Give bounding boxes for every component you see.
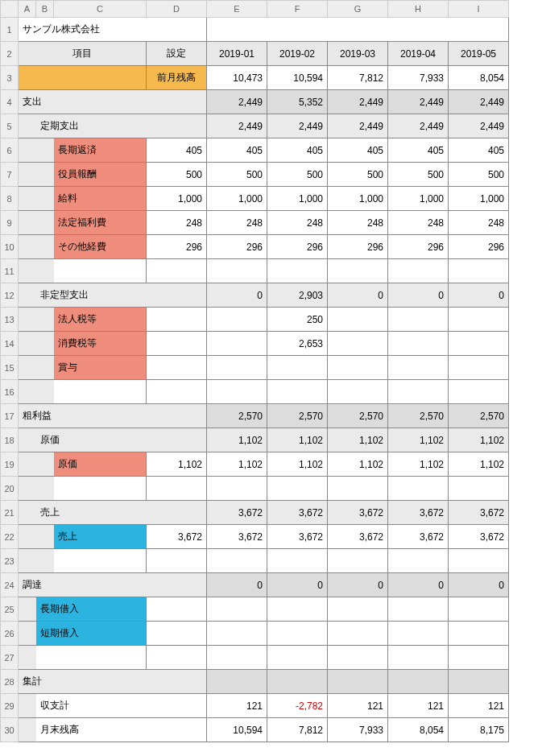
empty-cell[interactable] bbox=[449, 549, 509, 573]
value-cell[interactable]: 3,672 bbox=[388, 525, 449, 549]
empty-cell[interactable] bbox=[388, 549, 449, 573]
indent-cell[interactable] bbox=[36, 477, 54, 501]
value-cell[interactable]: 3,672 bbox=[267, 501, 328, 525]
value-cell[interactable]: 3,672 bbox=[328, 501, 388, 525]
item-label[interactable]: その他経費 bbox=[54, 235, 147, 259]
indent-cell[interactable] bbox=[19, 235, 36, 259]
row-header[interactable]: 20 bbox=[1, 477, 19, 501]
indent-cell[interactable] bbox=[36, 187, 54, 211]
value-cell[interactable]: 1,102 bbox=[388, 452, 449, 477]
value-cell[interactable]: 2,449 bbox=[328, 90, 388, 114]
value-cell[interactable] bbox=[267, 670, 328, 694]
empty-cell[interactable] bbox=[388, 477, 449, 501]
value-cell[interactable]: 0 bbox=[207, 283, 267, 308]
spreadsheet[interactable]: A B C D E F G H I 1 サンプル株式会社 2 項目 設定 201… bbox=[0, 0, 509, 742]
value-cell[interactable]: 500 bbox=[328, 163, 388, 187]
value-cell[interactable]: 405 bbox=[388, 138, 449, 163]
value-cell[interactable] bbox=[449, 622, 509, 646]
empty-cell[interactable] bbox=[388, 380, 449, 404]
item-label[interactable]: 法人税等 bbox=[54, 308, 147, 332]
row-header[interactable]: 30 bbox=[1, 718, 19, 742]
value-cell[interactable] bbox=[388, 597, 449, 622]
value-cell[interactable]: 405 bbox=[207, 138, 267, 163]
value-cell[interactable] bbox=[267, 597, 328, 622]
row-header[interactable]: 9 bbox=[1, 211, 19, 235]
value-cell[interactable] bbox=[449, 308, 509, 332]
indent-cell[interactable] bbox=[19, 622, 36, 646]
empty-cell[interactable] bbox=[207, 18, 509, 42]
indent-cell[interactable] bbox=[19, 356, 36, 380]
setting-cell[interactable] bbox=[147, 622, 207, 646]
setting-cell[interactable]: 3,672 bbox=[147, 525, 207, 549]
row-header[interactable]: 27 bbox=[1, 646, 19, 670]
value-cell[interactable]: 2,570 bbox=[388, 404, 449, 428]
row-header[interactable]: 2 bbox=[1, 42, 19, 66]
empty-cell[interactable] bbox=[54, 477, 147, 501]
empty-cell[interactable] bbox=[207, 549, 267, 573]
company-title[interactable]: サンプル株式会社 bbox=[19, 18, 207, 42]
value-cell[interactable] bbox=[388, 670, 449, 694]
value-cell[interactable]: 1,102 bbox=[449, 428, 509, 452]
col-header[interactable]: F bbox=[267, 1, 328, 18]
item-label[interactable]: 長期返済 bbox=[54, 138, 147, 163]
value-cell[interactable]: 0 bbox=[388, 283, 449, 308]
row-header[interactable]: 19 bbox=[1, 452, 19, 477]
setting-cell[interactable]: 1,000 bbox=[147, 187, 207, 211]
row-header[interactable]: 8 bbox=[1, 187, 19, 211]
row-header[interactable]: 4 bbox=[1, 90, 19, 114]
value-cell[interactable] bbox=[207, 670, 267, 694]
value-cell[interactable]: 500 bbox=[267, 163, 328, 187]
value-cell[interactable]: 2,903 bbox=[267, 283, 328, 308]
empty-cell[interactable] bbox=[207, 477, 267, 501]
empty-cell[interactable] bbox=[54, 259, 147, 283]
value-cell[interactable]: 3,672 bbox=[449, 525, 509, 549]
value-cell[interactable]: 248 bbox=[207, 211, 267, 235]
item-label[interactable]: 給料 bbox=[54, 187, 147, 211]
value-cell[interactable]: 3,672 bbox=[207, 501, 267, 525]
value-cell[interactable]: 121 bbox=[449, 694, 509, 718]
value-cell-negative[interactable]: -2,782 bbox=[267, 694, 328, 718]
value-cell[interactable]: 248 bbox=[388, 211, 449, 235]
value-cell[interactable]: 7,812 bbox=[328, 66, 388, 90]
value-cell[interactable] bbox=[207, 356, 267, 380]
value-cell[interactable]: 248 bbox=[328, 211, 388, 235]
value-cell[interactable] bbox=[388, 622, 449, 646]
value-cell[interactable]: 1,000 bbox=[449, 187, 509, 211]
col-header[interactable]: C bbox=[54, 1, 147, 18]
setting-cell[interactable]: 296 bbox=[147, 235, 207, 259]
value-cell[interactable]: 1,102 bbox=[449, 452, 509, 477]
value-cell[interactable]: 0 bbox=[449, 573, 509, 597]
value-cell[interactable] bbox=[328, 332, 388, 356]
row-header[interactable]: 24 bbox=[1, 573, 19, 597]
value-cell[interactable] bbox=[388, 332, 449, 356]
empty-cell[interactable] bbox=[449, 477, 509, 501]
value-cell[interactable]: 2,449 bbox=[328, 114, 388, 138]
value-cell[interactable] bbox=[207, 308, 267, 332]
value-cell[interactable] bbox=[328, 622, 388, 646]
value-cell[interactable]: 3,672 bbox=[267, 525, 328, 549]
value-cell[interactable]: 2,570 bbox=[267, 404, 328, 428]
subcategory-label[interactable]: 定期支出 bbox=[36, 114, 207, 138]
indent-cell[interactable] bbox=[36, 259, 54, 283]
indent-cell[interactable] bbox=[36, 452, 54, 477]
header-month[interactable]: 2019-05 bbox=[449, 42, 509, 66]
header-month[interactable]: 2019-02 bbox=[267, 42, 328, 66]
header-month[interactable]: 2019-04 bbox=[388, 42, 449, 66]
prev-balance-label[interactable]: 前月残高 bbox=[147, 66, 207, 90]
value-cell[interactable]: 500 bbox=[207, 163, 267, 187]
value-cell[interactable]: 10,594 bbox=[267, 66, 328, 90]
indent-cell[interactable] bbox=[36, 549, 54, 573]
indent-cell[interactable] bbox=[19, 380, 36, 404]
value-cell[interactable]: 3,672 bbox=[207, 525, 267, 549]
value-cell[interactable]: 2,449 bbox=[207, 114, 267, 138]
value-cell[interactable] bbox=[207, 622, 267, 646]
row-header[interactable]: 22 bbox=[1, 525, 19, 549]
row-header[interactable]: 28 bbox=[1, 670, 19, 694]
value-cell[interactable]: 2,449 bbox=[388, 114, 449, 138]
value-cell[interactable]: 1,000 bbox=[328, 187, 388, 211]
value-cell[interactable]: 7,933 bbox=[388, 66, 449, 90]
value-cell[interactable] bbox=[449, 356, 509, 380]
indent-cell[interactable] bbox=[36, 308, 54, 332]
row-header[interactable]: 7 bbox=[1, 163, 19, 187]
item-label[interactable]: 消費税等 bbox=[54, 332, 147, 356]
